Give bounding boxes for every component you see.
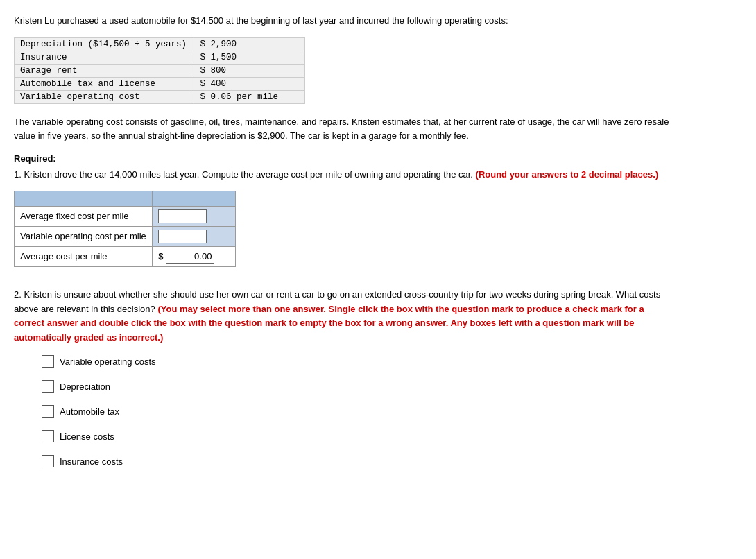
answer-row-input-cell: $ bbox=[153, 246, 236, 266]
checkbox-label-0: Variable operating costs bbox=[60, 356, 156, 367]
answer-total-input[interactable] bbox=[166, 250, 214, 264]
cost-item-label: Automobile tax and license bbox=[15, 77, 194, 90]
cost-item-value: $ 0.06 per mile bbox=[194, 90, 305, 103]
cost-item-value: $ 1,500 bbox=[194, 51, 305, 64]
checkbox-box-2[interactable] bbox=[42, 405, 54, 418]
answer-row-input-cell bbox=[153, 206, 236, 226]
cost-item-label: Garage rent bbox=[15, 64, 194, 77]
cost-item-label: Insurance bbox=[15, 51, 194, 64]
answer-input-0[interactable] bbox=[158, 209, 207, 223]
description-text: The variable operating cost consists of … bbox=[14, 115, 673, 144]
checkbox-box-4[interactable] bbox=[42, 455, 54, 467]
dollar-sign: $ bbox=[158, 251, 163, 261]
checkbox-box-0[interactable] bbox=[42, 355, 54, 368]
checkbox-group: Variable operating costsDepreciationAuto… bbox=[42, 355, 742, 467]
checkbox-label-2: Automobile tax bbox=[60, 406, 119, 417]
question1-main: 1. Kristen drove the car 14,000 miles la… bbox=[14, 169, 476, 180]
required-label: Required: bbox=[14, 153, 742, 164]
checkbox-item[interactable]: Variable operating costs bbox=[42, 355, 742, 368]
intro-text: Kristen Lu purchased a used automobile f… bbox=[14, 14, 742, 28]
checkbox-label-4: Insurance costs bbox=[60, 456, 123, 467]
answer-row-input-cell bbox=[153, 226, 236, 246]
cost-item-label: Variable operating cost bbox=[15, 90, 194, 103]
cost-item-value: $ 800 bbox=[194, 64, 305, 77]
answer-input-1[interactable] bbox=[158, 230, 207, 243]
checkbox-item[interactable]: Insurance costs bbox=[42, 455, 742, 467]
checkbox-label-1: Depreciation bbox=[60, 381, 110, 392]
cost-item-label: Depreciation ($14,500 ÷ 5 years) bbox=[15, 37, 194, 51]
checkbox-box-3[interactable] bbox=[42, 430, 54, 442]
answer-row-label: Variable operating cost per mile bbox=[15, 226, 153, 246]
answer-table: Average fixed cost per mileVariable oper… bbox=[14, 191, 236, 267]
cost-table: Depreciation ($14,500 ÷ 5 years)$ 2,900I… bbox=[14, 37, 305, 104]
answer-row-label: Average fixed cost per mile bbox=[15, 206, 153, 226]
question1-text: 1. Kristen drove the car 14,000 miles la… bbox=[14, 168, 673, 182]
checkbox-label-3: License costs bbox=[60, 431, 114, 442]
answer-header-left bbox=[15, 191, 153, 206]
answer-row-label: Average cost per mile bbox=[15, 246, 153, 266]
question2-text: 2. Kristen is unsure about whether she s… bbox=[14, 288, 673, 345]
cost-item-value: $ 2,900 bbox=[194, 37, 305, 51]
checkbox-box-1[interactable] bbox=[42, 380, 54, 393]
answer-header-right bbox=[153, 191, 236, 206]
checkbox-item[interactable]: Automobile tax bbox=[42, 405, 742, 418]
checkbox-item[interactable]: License costs bbox=[42, 430, 742, 442]
cost-item-value: $ 400 bbox=[194, 77, 305, 90]
checkbox-item[interactable]: Depreciation bbox=[42, 380, 742, 393]
question1-bold: (Round your answers to 2 decimal places.… bbox=[476, 169, 659, 180]
